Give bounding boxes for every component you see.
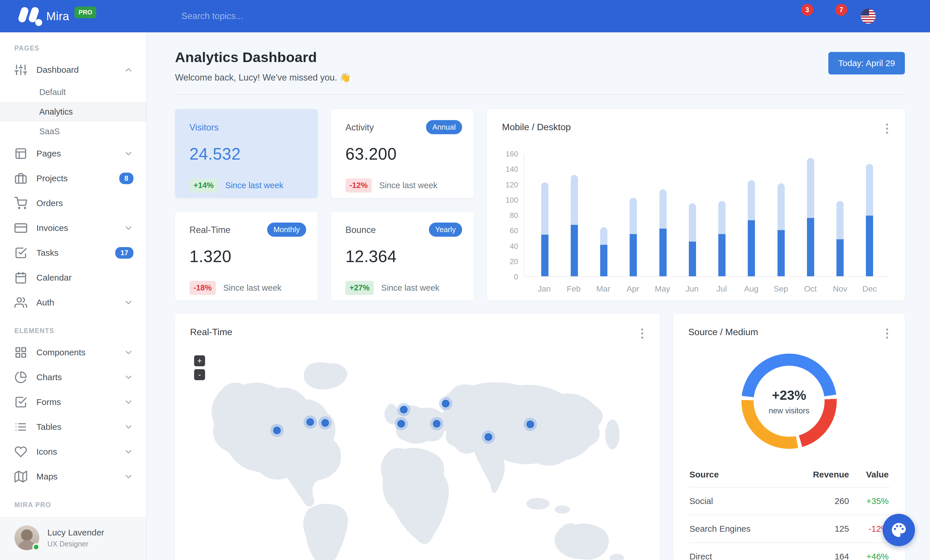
sidebar-item-label: Pages <box>36 149 124 158</box>
sidebar-subitem-saas[interactable]: SaaS <box>0 121 146 141</box>
stat-caption: Since last week <box>225 181 283 190</box>
sidebar-item-components[interactable]: Components <box>0 340 146 365</box>
filter-icon[interactable] <box>804 57 816 69</box>
bar-jul[interactable] <box>710 154 734 276</box>
bar-may[interactable] <box>651 154 675 276</box>
sidebar-item-auth[interactable]: Auth <box>0 290 146 315</box>
map-zoom-in-button[interactable]: + <box>194 355 205 366</box>
map-marker[interactable] <box>524 418 537 431</box>
bar-feb[interactable] <box>562 154 586 276</box>
sidebar-item-label: Maps <box>36 472 124 482</box>
sidebar-item-tasks[interactable]: Tasks17 <box>0 241 146 265</box>
notifications-button[interactable]: 7 <box>827 9 840 23</box>
sign-out-button[interactable] <box>896 9 910 23</box>
stat-period-badge[interactable]: Yearly <box>429 222 462 237</box>
sidebar-subitem-default[interactable]: Default <box>0 82 146 102</box>
x-tick-label: Mar <box>591 284 616 293</box>
user-role: UX Designer <box>47 540 104 548</box>
bar-segment-mobile <box>541 235 548 276</box>
table-row: Direct 164 +46% <box>688 543 890 560</box>
chevron-down-icon <box>124 149 134 158</box>
brand-name: Mira <box>46 10 69 23</box>
map-marker[interactable] <box>319 416 332 430</box>
search-icon[interactable] <box>160 9 174 23</box>
bar-segment-mobile <box>866 216 873 276</box>
x-tick-label: Jul <box>710 284 734 293</box>
calendar-icon <box>14 272 27 284</box>
brand[interactable]: Mira PRO <box>0 6 147 26</box>
bar-aug[interactable] <box>739 154 764 276</box>
source-medium-panel: Source / Medium +23% new visitors Source… <box>673 314 905 560</box>
panel-menu-icon[interactable] <box>884 327 890 340</box>
sidebar-item-maps[interactable]: Maps <box>0 464 146 489</box>
top-navbar: Mira PRO 3 7 <box>0 0 930 32</box>
online-status-dot <box>32 543 40 551</box>
sidebar-item-projects[interactable]: Projects8 <box>0 166 146 191</box>
sidebar-item-orders[interactable]: Orders <box>0 191 146 216</box>
bar-apr[interactable] <box>621 154 645 276</box>
bar-sep[interactable] <box>769 154 793 276</box>
sidebar-subitem-analytics[interactable]: Analytics <box>0 102 146 121</box>
bar-chart: 020406080100120140160 <box>502 154 890 277</box>
chevron-down-icon <box>124 298 134 307</box>
sidebar-item-label: Projects <box>36 173 119 183</box>
refresh-icon[interactable] <box>780 57 791 69</box>
map-marker[interactable] <box>397 403 410 416</box>
stat-period-badge[interactable]: Annual <box>426 120 462 134</box>
sidebar-item-pages[interactable]: Pages <box>0 141 146 166</box>
sidebar-item-label: Calendar <box>36 273 134 282</box>
pie-chart-icon <box>14 371 27 384</box>
x-tick-label: May <box>650 284 675 293</box>
sidebar-item-dashboard[interactable]: Dashboard <box>0 57 146 82</box>
bar-jun[interactable] <box>680 154 704 276</box>
map-zoom-out-button[interactable]: - <box>194 369 205 380</box>
stat-delta-badge: +14% <box>189 178 218 193</box>
bar-segment-desktop <box>866 164 873 215</box>
map-marker[interactable] <box>270 424 283 437</box>
map-marker[interactable] <box>303 416 317 429</box>
y-tick-label: 140 <box>506 165 518 174</box>
map-marker[interactable] <box>394 417 408 430</box>
sidebar-item-label: Components <box>36 348 124 357</box>
bar-oct[interactable] <box>798 154 822 276</box>
cell-value: +46% <box>850 543 890 560</box>
search-input[interactable] <box>182 11 355 21</box>
sidebar-item-icons[interactable]: Icons <box>0 439 146 464</box>
map-marker[interactable] <box>482 430 495 444</box>
sidebar-item-forms[interactable]: Forms <box>0 390 146 414</box>
stat-card-activity: Activity Annual 63.200 -12% Since last w… <box>331 109 474 198</box>
table-header-source: Source <box>688 464 789 487</box>
messages-button[interactable]: 3 <box>793 9 806 23</box>
sidebar-section-label: PAGES <box>0 32 146 57</box>
bar-mar[interactable] <box>592 154 616 276</box>
stat-period-badge[interactable]: Monthly <box>267 222 306 237</box>
map-marker[interactable] <box>439 397 452 410</box>
sidebar-item-calendar[interactable]: Calendar <box>0 265 146 290</box>
avatar <box>14 525 39 550</box>
sidebar-item-label: Charts <box>36 372 124 382</box>
sidebar-item-invoices[interactable]: Invoices <box>0 216 146 241</box>
bar-segment-desktop <box>836 201 844 239</box>
x-tick-label: Jan <box>532 284 556 293</box>
map-marker[interactable] <box>430 417 443 430</box>
page-title: Analytics Dashboard <box>175 49 351 65</box>
language-flag-us[interactable] <box>861 9 876 24</box>
bar-nov[interactable] <box>828 154 852 276</box>
stat-card-visitors: Visitors 24.532 +14% Since last week <box>175 109 318 198</box>
heart-icon <box>14 445 27 458</box>
source-table: SourceRevenueValue Social 260 +35%Search… <box>688 464 890 560</box>
sidebar-item-charts[interactable]: Charts <box>0 365 146 390</box>
bar-dec[interactable] <box>858 154 882 276</box>
bar-jan[interactable] <box>533 154 557 276</box>
stat-title: Visitors <box>189 123 303 133</box>
sidebar-item-tables[interactable]: Tables <box>0 414 146 439</box>
x-tick-label: Nov <box>828 284 852 293</box>
date-range-button[interactable]: Today: April 29 <box>828 52 905 74</box>
world-map[interactable]: + - <box>190 348 645 550</box>
messages-badge: 3 <box>801 4 813 16</box>
panel-menu-icon[interactable] <box>884 122 890 135</box>
theme-settings-button[interactable] <box>883 514 915 546</box>
panel-menu-icon[interactable] <box>639 327 645 340</box>
stat-value: 63.200 <box>345 144 459 163</box>
sidebar-user[interactable]: Lucy Lavender UX Designer <box>0 517 146 560</box>
